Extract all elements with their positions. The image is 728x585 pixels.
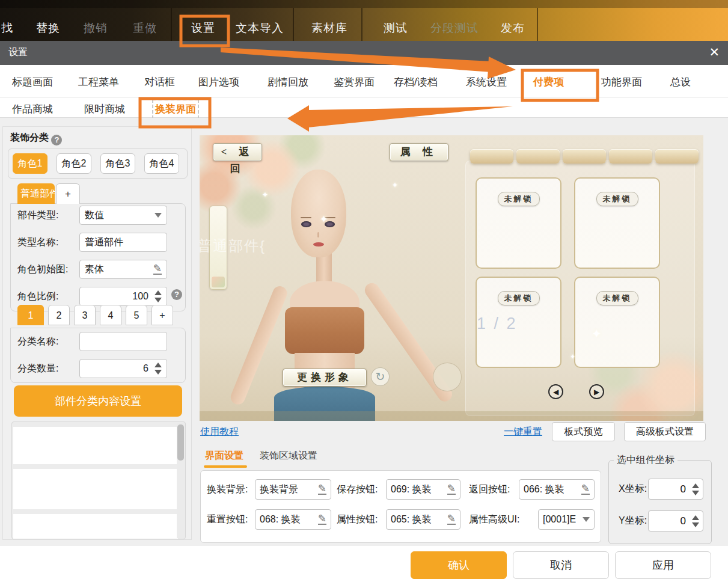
stepper-arrows[interactable] <box>692 483 699 495</box>
category-tab-1[interactable]: 1 <box>17 305 44 325</box>
tab-dressup-ui[interactable]: 换装界面 <box>155 102 196 116</box>
edit-pencil-icon[interactable]: ✎ <box>318 485 326 495</box>
bg-picker[interactable]: 换装背景 ✎ <box>255 479 331 500</box>
menu-redo[interactable]: 重做 <box>133 20 157 36</box>
role1-button[interactable]: 角色1 <box>13 153 47 174</box>
spinner-up-icon[interactable] <box>692 515 699 520</box>
edit-pencil-icon[interactable]: ✎ <box>447 515 456 525</box>
category-count-stepper[interactable]: 6 <box>79 359 167 378</box>
preview-category-pill-1[interactable] <box>470 149 513 164</box>
preview-category-pill-4[interactable] <box>609 149 652 164</box>
preview-category-pill-2[interactable] <box>516 149 560 164</box>
type-name-value[interactable] <box>85 237 162 248</box>
y-coord-stepper[interactable]: 0 <box>648 510 703 531</box>
category-tab-4[interactable]: 4 <box>100 305 121 325</box>
advanced-layout-button[interactable]: 高级板式设置 <box>624 422 706 441</box>
preview-back-button[interactable]: < 返 回 <box>213 143 262 161</box>
tab-paid-items[interactable]: 付费项 <box>533 75 564 89</box>
spinner-down-icon[interactable] <box>154 370 162 375</box>
list-item[interactable] <box>13 514 178 539</box>
prev-page-icon[interactable]: ◀ <box>548 384 563 399</box>
tab-dialog-box[interactable]: 对话框 <box>144 75 175 89</box>
tab-function-ui[interactable]: 功能界面 <box>601 75 642 89</box>
attr-ui-select[interactable]: [0001]E <box>538 509 595 530</box>
type-name-input[interactable] <box>79 233 167 252</box>
preview-category-pill-5[interactable] <box>655 149 699 164</box>
menu-find[interactable]: 找 <box>1 20 13 36</box>
menu-test[interactable]: 测试 <box>384 20 408 36</box>
tab-image-options[interactable]: 图片选项 <box>198 75 239 89</box>
dressup-preview-canvas[interactable]: < 返 回 属 性 普通部件{ 未解锁 未解锁 未解锁 未解锁 1 / 2 ◀ … <box>200 135 703 421</box>
tab-title-screen[interactable]: 标题画面 <box>12 75 53 89</box>
tab-replay[interactable]: 剧情回放 <box>268 75 308 89</box>
category-list[interactable] <box>11 421 186 539</box>
item-card-locked[interactable]: 未解锁 <box>476 177 561 269</box>
tab-interface-settings[interactable]: 界面设置 <box>205 450 243 462</box>
edit-pencil-icon[interactable]: ✎ <box>318 515 326 525</box>
add-part-type-tab[interactable]: + <box>56 183 80 204</box>
menu-undo[interactable]: 撤销 <box>84 20 108 36</box>
one-key-reset-link[interactable]: 一键重置 <box>504 426 542 438</box>
tab-work-shop[interactable]: 作品商城 <box>12 102 53 116</box>
scale-help-icon[interactable]: ? <box>171 289 182 300</box>
list-item[interactable] <box>13 427 178 464</box>
preview-attribute-button[interactable]: 属 性 <box>390 143 448 161</box>
reset-btn-picker[interactable]: 068: 换装 ✎ <box>255 509 331 530</box>
edit-pencil-icon[interactable]: ✎ <box>153 265 162 275</box>
role4-button[interactable]: 角色4 <box>144 153 179 174</box>
item-card-locked[interactable]: 未解锁 <box>574 177 660 269</box>
edit-pencil-icon[interactable]: ✎ <box>447 485 456 495</box>
role3-button[interactable]: 角色3 <box>100 153 135 174</box>
tab-save-load[interactable]: 存档/读档 <box>394 75 438 89</box>
category-tab-5[interactable]: 5 <box>126 305 147 325</box>
menu-replace[interactable]: 替换 <box>36 20 60 36</box>
apply-button[interactable]: 应用 <box>615 551 711 579</box>
part-category-content-button[interactable]: 部件分类内容设置 <box>14 385 182 417</box>
menu-text-import[interactable]: 文本导入 <box>236 20 284 36</box>
category-name-value[interactable] <box>85 336 162 347</box>
stepper-arrows[interactable] <box>154 290 162 302</box>
menu-assets[interactable]: 素材库 <box>311 20 347 36</box>
scrollbar-thumb[interactable] <box>177 424 184 461</box>
spinner-down-icon[interactable] <box>692 522 699 527</box>
menu-publish[interactable]: 发布 <box>501 20 525 36</box>
role2-button[interactable]: 角色2 <box>57 153 91 174</box>
tab-gallery[interactable]: 鉴赏界面 <box>334 75 375 89</box>
scale-stepper[interactable]: 100 <box>79 287 167 306</box>
edit-pencil-icon[interactable]: ✎ <box>581 485 590 495</box>
stepper-arrows[interactable] <box>154 363 162 375</box>
spinner-down-icon[interactable] <box>692 491 699 495</box>
menu-segment-test[interactable]: 分段测试 <box>430 20 479 36</box>
cancel-button[interactable]: 取消 <box>513 551 609 579</box>
item-card-locked[interactable]: 未解锁 <box>574 277 660 368</box>
tab-limited-shop[interactable]: 限时商城 <box>84 102 125 116</box>
stepper-arrows[interactable] <box>692 515 699 527</box>
change-avatar-button[interactable]: 更换形象 <box>283 369 367 387</box>
preview-category-pill-3[interactable] <box>563 149 606 164</box>
spinner-up-icon[interactable] <box>154 290 162 295</box>
tab-decoration-area-settings[interactable]: 装饰区域设置 <box>260 450 317 462</box>
part-type-select[interactable]: 数值 <box>79 206 167 225</box>
return-btn-picker[interactable]: 066: 换装 ✎ <box>519 479 595 500</box>
refresh-icon[interactable]: ↻ <box>371 367 390 386</box>
tab-project-menu[interactable]: 工程菜单 <box>78 75 119 89</box>
init-image-picker[interactable]: 素体 ✎ <box>79 260 167 279</box>
category-tab-add[interactable]: + <box>151 305 173 325</box>
attr-btn-picker[interactable]: 065: 换装 ✎ <box>386 509 460 530</box>
category-tab-2[interactable]: 2 <box>48 305 70 325</box>
category-tab-3[interactable]: 3 <box>74 305 96 325</box>
list-item[interactable] <box>13 469 178 509</box>
confirm-button[interactable]: 确认 <box>411 551 507 579</box>
part-type-tab[interactable]: 普通部件 <box>17 183 55 204</box>
spinner-up-icon[interactable] <box>692 483 699 488</box>
tab-general[interactable]: 总设 <box>670 75 691 89</box>
spinner-down-icon[interactable] <box>154 298 162 302</box>
help-icon[interactable]: ? <box>51 135 62 145</box>
tutorial-link[interactable]: 使用教程 <box>200 426 239 438</box>
layout-preview-button[interactable]: 板式预览 <box>552 422 615 441</box>
spinner-up-icon[interactable] <box>154 363 162 367</box>
next-page-icon[interactable]: ▶ <box>589 384 604 399</box>
x-coord-stepper[interactable]: 0 <box>648 479 703 500</box>
scrollbar-track[interactable] <box>177 423 185 538</box>
close-icon[interactable]: ✕ <box>709 44 720 60</box>
